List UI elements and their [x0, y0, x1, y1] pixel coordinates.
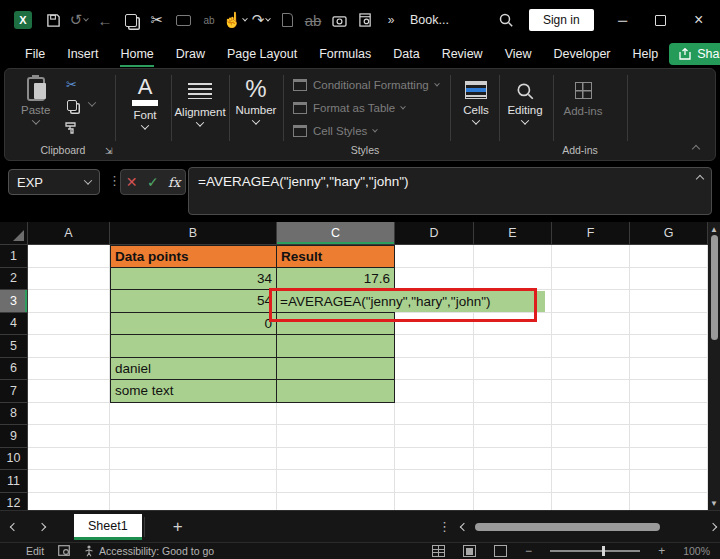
cell-C12[interactable]: [277, 493, 395, 511]
clipboard-dialog-launcher[interactable]: ⇲: [105, 146, 113, 156]
horizontal-scrollbar[interactable]: [461, 520, 716, 534]
cell-B12[interactable]: [110, 493, 277, 511]
cell-E10[interactable]: [474, 448, 552, 471]
tab-home[interactable]: Home: [109, 42, 164, 66]
col-header-E[interactable]: E: [474, 222, 552, 245]
maximize-button[interactable]: [642, 5, 680, 35]
cell-A8[interactable]: [28, 403, 110, 426]
cell-F4[interactable]: [552, 313, 630, 336]
cell-G9[interactable]: [630, 425, 708, 448]
tab-help[interactable]: Help: [622, 42, 670, 66]
scroll-right-icon[interactable]: [709, 522, 717, 530]
cell-C5[interactable]: [277, 335, 395, 358]
row-header-4[interactable]: 4: [0, 313, 28, 336]
cell-G11[interactable]: [630, 470, 708, 493]
tab-view[interactable]: View: [494, 42, 543, 66]
cell-A10[interactable]: [28, 448, 110, 471]
format-as-table-button[interactable]: Format as Table: [293, 102, 405, 114]
cell-D1[interactable]: [395, 245, 474, 268]
cell-A9[interactable]: [28, 425, 110, 448]
macro-record-icon[interactable]: [58, 545, 70, 558]
cell-F2[interactable]: [552, 268, 630, 291]
paste-button[interactable]: Paste: [21, 77, 50, 125]
cell-A2[interactable]: [28, 268, 110, 291]
cell-F11[interactable]: [552, 470, 630, 493]
copy-icon[interactable]: [118, 7, 144, 33]
cell-E5[interactable]: [474, 335, 552, 358]
cell-A12[interactable]: [28, 493, 110, 511]
cell-F3[interactable]: [552, 290, 630, 313]
cell-B3[interactable]: 54: [110, 290, 277, 313]
new-file-icon[interactable]: [274, 7, 300, 33]
page-break-view-icon[interactable]: [494, 545, 507, 557]
cell-D7[interactable]: [395, 380, 474, 403]
prev-sheet-icon[interactable]: [0, 524, 28, 530]
zoom-out-icon[interactable]: −: [525, 544, 532, 558]
enter-icon[interactable]: ✓: [147, 174, 159, 190]
draw-tool-icon[interactable]: ab: [300, 7, 326, 33]
save-icon[interactable]: [40, 7, 66, 33]
editing-button[interactable]: Editing: [503, 77, 547, 125]
cell-B8[interactable]: [110, 403, 277, 426]
cell-F8[interactable]: [552, 403, 630, 426]
minimize-button[interactable]: ─: [604, 5, 642, 35]
spelling-icon[interactable]: ab: [196, 7, 222, 33]
row-header-8[interactable]: 8: [0, 403, 28, 426]
camera-icon[interactable]: [326, 7, 352, 33]
font-group-button[interactable]: A Font: [123, 77, 167, 130]
cell-C10[interactable]: [277, 448, 395, 471]
close-button[interactable]: ×: [680, 5, 718, 35]
format-painter-button[interactable]: [65, 120, 78, 138]
collapse-formula-bar-chevron[interactable]: [696, 175, 704, 183]
tab-insert[interactable]: Insert: [56, 42, 109, 66]
cell-B7[interactable]: some text: [110, 380, 277, 403]
cell-E1[interactable]: [474, 245, 552, 268]
cell-A4[interactable]: [28, 313, 110, 336]
cell-A7[interactable]: [28, 380, 110, 403]
cell-D9[interactable]: [395, 425, 474, 448]
zoom-in-icon[interactable]: +: [658, 544, 665, 558]
book-search-icon[interactable]: [352, 7, 378, 33]
tab-data[interactable]: Data: [382, 42, 430, 66]
cell-C7[interactable]: [277, 380, 395, 403]
cell-G3[interactable]: [630, 290, 708, 313]
cell-D10[interactable]: [395, 448, 474, 471]
cell-A6[interactable]: [28, 358, 110, 381]
cell-B6[interactable]: daniel: [110, 358, 277, 381]
cell-styles-button[interactable]: Cell Styles: [293, 125, 377, 137]
cell-C9[interactable]: [277, 425, 395, 448]
cell-F5[interactable]: [552, 335, 630, 358]
tab-review[interactable]: Review: [431, 42, 494, 66]
cut-icon[interactable]: ✂: [144, 7, 170, 33]
cell-F7[interactable]: [552, 380, 630, 403]
normal-view-icon[interactable]: [432, 545, 445, 557]
col-header-B[interactable]: B: [110, 222, 277, 245]
go-back-icon[interactable]: ←: [92, 7, 118, 33]
cell-F1[interactable]: [552, 245, 630, 268]
cell-G8[interactable]: [630, 403, 708, 426]
cell-A5[interactable]: [28, 335, 110, 358]
cell-C2[interactable]: 17.6: [277, 268, 395, 291]
row-header-3[interactable]: 3: [0, 290, 28, 313]
row-header-12[interactable]: 12: [0, 493, 28, 511]
addins-button[interactable]: Add-ins: [561, 77, 605, 117]
cell-D12[interactable]: [395, 493, 474, 511]
tab-draw[interactable]: Draw: [165, 42, 216, 66]
vertical-scrollbar[interactable]: ▲ ▼: [708, 222, 720, 510]
touch-mode-icon[interactable]: ☝: [222, 7, 248, 33]
accessibility-status[interactable]: Accessibility: Good to go: [84, 545, 214, 557]
row-header-11[interactable]: 11: [0, 470, 28, 493]
row-header-2[interactable]: 2: [0, 268, 28, 291]
cell-E9[interactable]: [474, 425, 552, 448]
cell-E11[interactable]: [474, 470, 552, 493]
number-group-button[interactable]: % Number: [233, 77, 279, 125]
cell-G2[interactable]: [630, 268, 708, 291]
cell-B2[interactable]: 34: [110, 268, 277, 291]
tab-file[interactable]: File: [14, 42, 56, 66]
row-header-6[interactable]: 6: [0, 358, 28, 381]
vertical-scroll-thumb[interactable]: [711, 235, 718, 340]
scroll-down-icon[interactable]: ▼: [708, 497, 720, 509]
scroll-up-icon[interactable]: ▲: [708, 223, 720, 235]
col-header-G[interactable]: G: [630, 222, 708, 245]
collapse-ribbon-chevron[interactable]: [692, 145, 700, 153]
